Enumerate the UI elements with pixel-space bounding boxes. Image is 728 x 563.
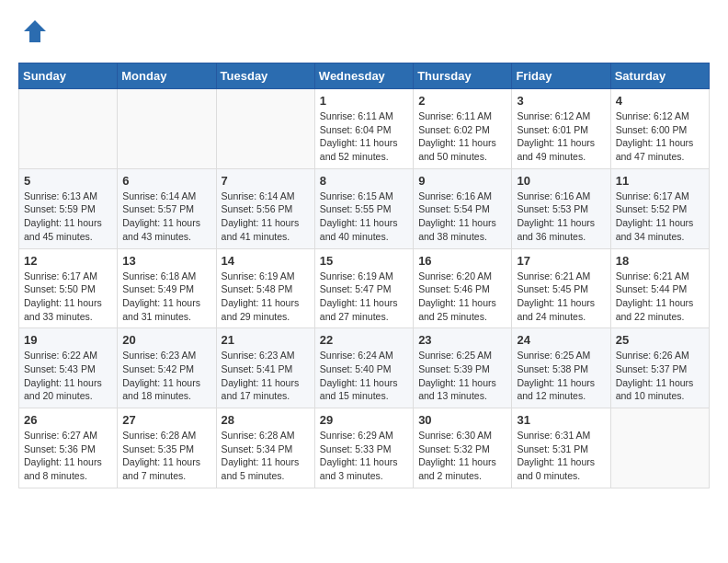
calendar-cell: 5Sunrise: 6:13 AM Sunset: 5:59 PM Daylig…: [19, 168, 118, 248]
day-number: 8: [320, 174, 408, 188]
weekday-header-wednesday: Wednesday: [314, 63, 413, 89]
calendar-cell: 16Sunrise: 6:20 AM Sunset: 5:46 PM Dayli…: [414, 248, 512, 328]
day-detail: Sunrise: 6:19 AM Sunset: 5:48 PM Dayligh…: [222, 270, 310, 324]
calendar-cell: 31Sunrise: 6:31 AM Sunset: 5:31 PM Dayli…: [512, 408, 610, 488]
calendar-cell: 21Sunrise: 6:23 AM Sunset: 5:41 PM Dayli…: [216, 328, 314, 408]
day-detail: Sunrise: 6:17 AM Sunset: 5:50 PM Dayligh…: [24, 270, 112, 324]
day-detail: Sunrise: 6:25 AM Sunset: 5:39 PM Dayligh…: [418, 349, 506, 403]
calendar-header: SundayMondayTuesdayWednesdayThursdayFrid…: [19, 63, 710, 89]
day-detail: Sunrise: 6:21 AM Sunset: 5:44 PM Dayligh…: [616, 270, 704, 324]
day-detail: Sunrise: 6:27 AM Sunset: 5:36 PM Dayligh…: [24, 429, 112, 483]
calendar-cell: 3Sunrise: 6:12 AM Sunset: 6:01 PM Daylig…: [512, 89, 610, 169]
calendar-cell: 22Sunrise: 6:24 AM Sunset: 5:40 PM Dayli…: [314, 328, 413, 408]
day-number: 11: [616, 174, 704, 188]
calendar-cell: [216, 89, 314, 169]
day-detail: Sunrise: 6:14 AM Sunset: 5:56 PM Dayligh…: [222, 190, 310, 244]
day-detail: Sunrise: 6:11 AM Sunset: 6:02 PM Dayligh…: [418, 109, 506, 164]
day-number: 10: [517, 174, 605, 188]
day-number: 28: [222, 413, 310, 427]
weekday-header-friday: Friday: [512, 63, 610, 89]
day-number: 14: [222, 254, 310, 268]
weekday-header-thursday: Thursday: [414, 63, 512, 89]
day-detail: Sunrise: 6:16 AM Sunset: 5:53 PM Dayligh…: [517, 190, 605, 244]
day-detail: Sunrise: 6:23 AM Sunset: 5:42 PM Dayligh…: [122, 349, 210, 403]
day-number: 4: [616, 94, 704, 108]
day-number: 19: [24, 333, 112, 347]
day-number: 29: [320, 413, 408, 427]
calendar-cell: 19Sunrise: 6:22 AM Sunset: 5:43 PM Dayli…: [19, 328, 118, 408]
calendar-cell: 14Sunrise: 6:19 AM Sunset: 5:48 PM Dayli…: [216, 248, 314, 328]
day-detail: Sunrise: 6:25 AM Sunset: 5:38 PM Dayligh…: [517, 349, 605, 403]
calendar-body: 1Sunrise: 6:11 AM Sunset: 6:04 PM Daylig…: [19, 89, 710, 488]
day-detail: Sunrise: 6:28 AM Sunset: 5:34 PM Dayligh…: [222, 429, 310, 483]
day-number: 30: [418, 413, 506, 427]
day-detail: Sunrise: 6:26 AM Sunset: 5:37 PM Dayligh…: [616, 349, 704, 403]
day-detail: Sunrise: 6:20 AM Sunset: 5:46 PM Dayligh…: [418, 270, 506, 324]
day-number: 20: [122, 333, 210, 347]
day-number: 27: [122, 413, 210, 427]
day-detail: Sunrise: 6:11 AM Sunset: 6:04 PM Dayligh…: [320, 109, 408, 164]
day-detail: Sunrise: 6:29 AM Sunset: 5:33 PM Dayligh…: [320, 429, 408, 483]
day-number: 5: [24, 174, 112, 188]
calendar-cell: 29Sunrise: 6:29 AM Sunset: 5:33 PM Dayli…: [314, 408, 413, 488]
day-detail: Sunrise: 6:13 AM Sunset: 5:59 PM Dayligh…: [24, 190, 112, 244]
calendar-week-4: 19Sunrise: 6:22 AM Sunset: 5:43 PM Dayli…: [19, 328, 710, 408]
day-detail: Sunrise: 6:17 AM Sunset: 5:52 PM Dayligh…: [616, 190, 704, 244]
day-detail: Sunrise: 6:24 AM Sunset: 5:40 PM Dayligh…: [320, 349, 408, 403]
page-header: [18, 18, 710, 48]
day-number: 25: [616, 333, 704, 347]
day-number: 23: [418, 333, 506, 347]
calendar-cell: [610, 408, 709, 488]
weekday-header-row: SundayMondayTuesdayWednesdayThursdayFrid…: [19, 63, 710, 89]
day-number: 2: [418, 94, 506, 108]
weekday-header-monday: Monday: [118, 63, 216, 89]
day-number: 24: [517, 333, 605, 347]
day-detail: Sunrise: 6:16 AM Sunset: 5:54 PM Dayligh…: [418, 190, 506, 244]
calendar-cell: 24Sunrise: 6:25 AM Sunset: 5:38 PM Dayli…: [512, 328, 610, 408]
calendar-week-3: 12Sunrise: 6:17 AM Sunset: 5:50 PM Dayli…: [19, 248, 710, 328]
day-number: 18: [616, 254, 704, 268]
day-number: 3: [517, 94, 605, 108]
logo-icon: [22, 18, 48, 48]
calendar-cell: 15Sunrise: 6:19 AM Sunset: 5:47 PM Dayli…: [314, 248, 413, 328]
calendar-cell: 7Sunrise: 6:14 AM Sunset: 5:56 PM Daylig…: [216, 168, 314, 248]
day-number: 1: [320, 94, 408, 108]
day-detail: Sunrise: 6:28 AM Sunset: 5:35 PM Dayligh…: [122, 429, 210, 483]
calendar-cell: 25Sunrise: 6:26 AM Sunset: 5:37 PM Dayli…: [610, 328, 709, 408]
calendar-cell: 10Sunrise: 6:16 AM Sunset: 5:53 PM Dayli…: [512, 168, 610, 248]
day-detail: Sunrise: 6:19 AM Sunset: 5:47 PM Dayligh…: [320, 270, 408, 324]
day-number: 9: [418, 174, 506, 188]
calendar-cell: 4Sunrise: 6:12 AM Sunset: 6:00 PM Daylig…: [610, 89, 709, 169]
calendar-cell: 13Sunrise: 6:18 AM Sunset: 5:49 PM Dayli…: [118, 248, 216, 328]
calendar-week-2: 5Sunrise: 6:13 AM Sunset: 5:59 PM Daylig…: [19, 168, 710, 248]
calendar-cell: 12Sunrise: 6:17 AM Sunset: 5:50 PM Dayli…: [19, 248, 118, 328]
weekday-header-saturday: Saturday: [610, 63, 709, 89]
calendar-cell: 18Sunrise: 6:21 AM Sunset: 5:44 PM Dayli…: [610, 248, 709, 328]
calendar-cell: [19, 89, 118, 169]
svg-marker-0: [24, 20, 46, 42]
day-number: 26: [24, 413, 112, 427]
calendar-cell: 23Sunrise: 6:25 AM Sunset: 5:39 PM Dayli…: [414, 328, 512, 408]
logo: [18, 18, 48, 48]
calendar-cell: 8Sunrise: 6:15 AM Sunset: 5:55 PM Daylig…: [314, 168, 413, 248]
day-number: 12: [24, 254, 112, 268]
weekday-header-tuesday: Tuesday: [216, 63, 314, 89]
day-number: 22: [320, 333, 408, 347]
calendar-cell: 27Sunrise: 6:28 AM Sunset: 5:35 PM Dayli…: [118, 408, 216, 488]
calendar-cell: 6Sunrise: 6:14 AM Sunset: 5:57 PM Daylig…: [118, 168, 216, 248]
calendar-cell: 2Sunrise: 6:11 AM Sunset: 6:02 PM Daylig…: [414, 89, 512, 169]
day-detail: Sunrise: 6:22 AM Sunset: 5:43 PM Dayligh…: [24, 349, 112, 403]
day-number: 7: [222, 174, 310, 188]
day-number: 16: [418, 254, 506, 268]
day-number: 6: [122, 174, 210, 188]
calendar-cell: 17Sunrise: 6:21 AM Sunset: 5:45 PM Dayli…: [512, 248, 610, 328]
calendar-cell: 28Sunrise: 6:28 AM Sunset: 5:34 PM Dayli…: [216, 408, 314, 488]
day-detail: Sunrise: 6:18 AM Sunset: 5:49 PM Dayligh…: [122, 270, 210, 324]
day-number: 15: [320, 254, 408, 268]
day-detail: Sunrise: 6:21 AM Sunset: 5:45 PM Dayligh…: [517, 270, 605, 324]
day-detail: Sunrise: 6:23 AM Sunset: 5:41 PM Dayligh…: [222, 349, 310, 403]
day-number: 31: [517, 413, 605, 427]
calendar-week-1: 1Sunrise: 6:11 AM Sunset: 6:04 PM Daylig…: [19, 89, 710, 169]
calendar-table: SundayMondayTuesdayWednesdayThursdayFrid…: [18, 63, 710, 488]
calendar-cell: 11Sunrise: 6:17 AM Sunset: 5:52 PM Dayli…: [610, 168, 709, 248]
